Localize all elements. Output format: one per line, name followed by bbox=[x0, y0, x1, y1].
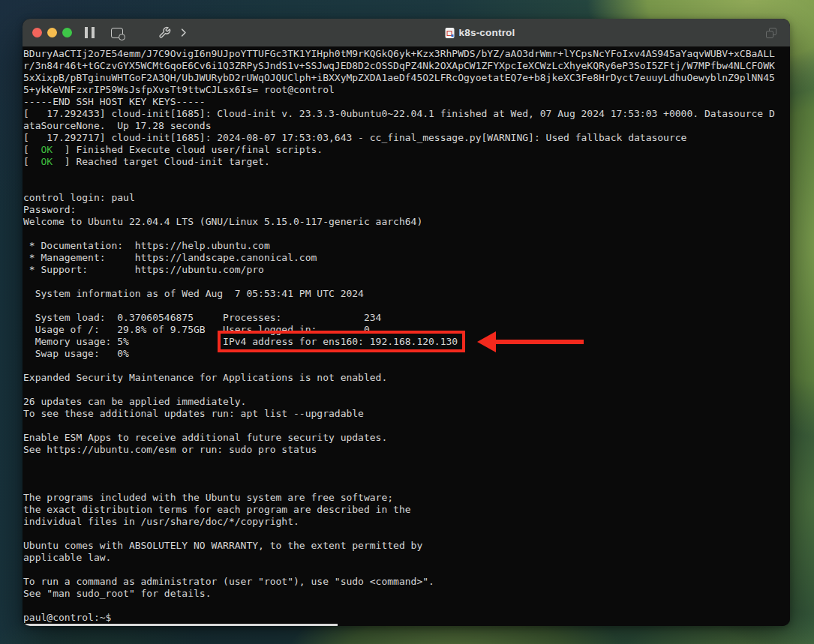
terminal-line: r/3n84r46t+tGCzvGYX5WCMtGqoE6Cv6i1Q3ZRPy… bbox=[23, 60, 790, 72]
terminal-line bbox=[23, 456, 790, 468]
terminal-line bbox=[23, 276, 790, 288]
terminal-line: See https://ubuntu.com/esm or run: sudo … bbox=[23, 444, 790, 456]
minimize-button[interactable] bbox=[47, 28, 57, 37]
terminal-line bbox=[23, 384, 790, 396]
terminal-line: Ubuntu comes with ABSOLUTELY NO WARRANTY… bbox=[23, 540, 790, 552]
terminal-line: Memory usage: 5% IPv4 address for ens160… bbox=[23, 336, 790, 348]
terminal-line bbox=[23, 480, 790, 492]
annotation-arrow-head bbox=[477, 331, 496, 352]
pause-glyph bbox=[85, 27, 95, 38]
terminal-line: paul@control:~$ bbox=[23, 612, 790, 624]
close-button[interactable] bbox=[32, 28, 42, 37]
traffic-lights bbox=[32, 28, 72, 37]
vm-console-window: k8s-control BDuryAaCTIj2o7E54emm/J7C9Ovi… bbox=[23, 19, 790, 626]
terminal-line: [ OK ] Reached target Cloud-init target. bbox=[23, 156, 790, 168]
terminal-line: See "man sudo_root" for details. bbox=[23, 588, 790, 600]
terminal-line: System information as of Wed Aug 7 05:53… bbox=[23, 288, 790, 300]
terminal-line: 5+ykKeVNFzxrIP59WsJsfpXvsTt9ttwCJLsx6Is=… bbox=[23, 84, 790, 96]
terminal-line bbox=[23, 600, 790, 612]
terminal-line bbox=[23, 420, 790, 432]
terminal-line: [ OK ] Finished Execute cloud user/final… bbox=[23, 144, 790, 156]
terminal-line: * Documentation: https://help.ubuntu.com bbox=[23, 240, 790, 252]
terminal-line: Expanded Security Maintenance for Applic… bbox=[23, 372, 790, 384]
terminal-line: Enable ESM Apps to receive additional fu… bbox=[23, 432, 790, 444]
ipv4-highlight-box: IPv4 address for ens160: 192.168.120.130 bbox=[223, 336, 460, 347]
terminal-line: 26 updates can be applied immediately. bbox=[23, 396, 790, 408]
terminal-line: To see these additional updates run: apt… bbox=[23, 408, 790, 420]
chevron-right-icon[interactable] bbox=[177, 19, 189, 46]
snapshot-icon[interactable] bbox=[110, 19, 125, 46]
annotation-arrow-tail bbox=[494, 340, 584, 344]
terminal-line: Usage of /: 29.8% of 9.75GB Users logged… bbox=[23, 324, 790, 336]
terminal-line: Swap usage: 0% bbox=[23, 348, 790, 360]
terminal-line bbox=[23, 360, 790, 372]
terminal-line bbox=[23, 528, 790, 540]
snapshot-clock-glyph bbox=[119, 34, 125, 40]
titlebar[interactable]: k8s-control bbox=[23, 19, 790, 46]
terminal-line bbox=[23, 228, 790, 240]
terminal-line: The programs included with the Ubuntu sy… bbox=[23, 492, 790, 504]
terminal-line bbox=[23, 564, 790, 576]
snapshot-glyph bbox=[111, 28, 123, 38]
window-title: k8s-control bbox=[459, 27, 515, 38]
pause-icon[interactable] bbox=[83, 19, 95, 46]
terminal-line: -----END SSH HOST KEY KEYS----- bbox=[23, 96, 790, 108]
terminal-line: individual files in /usr/share/doc/*/cop… bbox=[23, 516, 790, 528]
overlapping-windows-icon[interactable] bbox=[766, 28, 776, 38]
terminal-line bbox=[23, 300, 790, 312]
terminal-line: BDuryAaCTIj2o7E54emm/J7C9OvigI6n9UJpoYTT… bbox=[23, 48, 790, 60]
terminal-line: System load: 0.37060546875 Processes: 23… bbox=[23, 312, 790, 324]
terminal-line: * Support: https://ubuntu.com/pro bbox=[23, 264, 790, 276]
terminal-line: [ 17.292433] cloud-init[1685]: Cloud-ini… bbox=[23, 108, 790, 120]
terminal-line: [ 17.292717] cloud-init[1685]: 2024-08-0… bbox=[23, 132, 790, 144]
zoom-button[interactable] bbox=[62, 28, 72, 37]
terminal-line: ataSourceNone. Up 17.28 seconds bbox=[23, 120, 790, 132]
terminal-line: 5xXixpB/pBTginuWHTGoF2A3QH/UbJWURybD2rUW… bbox=[23, 72, 790, 84]
terminal-line: Welcome to Ubuntu 22.04.4 LTS (GNU/Linux… bbox=[23, 216, 790, 228]
terminal-output[interactable]: BDuryAaCTIj2o7E54emm/J7C9OvigI6n9UJpoYTT… bbox=[23, 46, 790, 626]
window-title-group: k8s-control bbox=[446, 19, 515, 46]
vm-document-icon bbox=[446, 28, 455, 38]
terminal-line: Password: bbox=[23, 204, 790, 216]
terminal-line: control login: paul bbox=[23, 192, 790, 204]
terminal-line: To run a command as administrator (user … bbox=[23, 576, 790, 588]
terminal-line: the exact distribution terms for each pr… bbox=[23, 504, 790, 516]
wrench-icon[interactable] bbox=[157, 19, 172, 46]
terminal-line: * Management: https://landscape.canonica… bbox=[23, 252, 790, 264]
terminal-line bbox=[23, 168, 790, 180]
terminal-line bbox=[23, 468, 790, 480]
terminal-line bbox=[23, 180, 790, 192]
terminal-line: applicable law. bbox=[23, 552, 790, 564]
desktop-wallpaper: k8s-control BDuryAaCTIj2o7E54emm/J7C9Ovi… bbox=[0, 0, 814, 644]
